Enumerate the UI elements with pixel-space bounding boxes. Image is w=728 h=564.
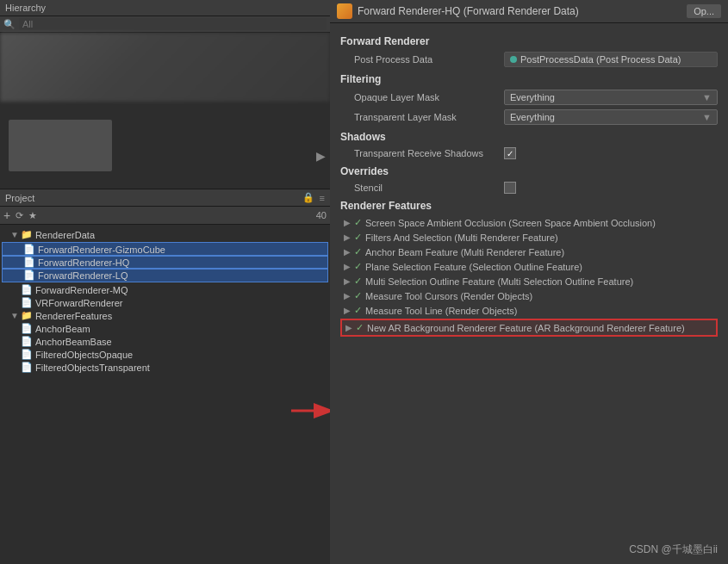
feature-arrow-icon-measure-cursors: ▶ [344,291,351,301]
scene-thumbnail [0,33,330,102]
feature-label-measure-line: Measure Tool Line (Render Objects) [365,306,518,316]
post-process-label: Post Process Data [340,54,504,65]
property-row-stencil: Stencil [340,181,718,195]
tree-label-vr-forward: VRForwardRenderer [35,298,122,308]
project-toolbar: + ⟳ ★ 40 [0,207,330,225]
post-process-value[interactable]: PostProcessData (Post Process Data) [504,52,718,67]
post-process-dot [510,56,517,63]
item-count: 40 [316,210,327,220]
feature-label-filters: Filters And Selection (Multi Renderer Fe… [365,232,558,243]
transparent-receive-label: Transparent Receive Shadows [340,148,504,158]
file-icon-forward-gizmocube: 📄 [23,244,35,255]
highlighted-items-group: 📄 ForwardRenderer-GizmoCube 📄 ForwardRen… [2,242,328,282]
feature-label-ssao: Screen Space Ambient Occlusion (Screen S… [365,218,656,228]
tree-item-filtered-opaque[interactable]: 📄 FilteredObjectsOpaque [0,348,330,361]
stencil-checkbox[interactable] [504,182,516,194]
tree-item-vr-forward[interactable]: 📄 VRForwardRenderer [0,296,330,309]
lock-icon: 🔒 [302,192,314,203]
right-panel: Forward Renderer-HQ (Forward Renderer Da… [330,0,728,564]
project-tree: ▼ 📁 RendererData 📄 ForwardRenderer-Gizmo… [0,225,330,555]
post-process-value-text: PostProcessData (Post Process Data) [520,54,681,65]
refresh-icon[interactable]: ⟳ [16,210,23,221]
tree-label-anchor-beam-base: AnchorBeamBase [35,337,112,347]
tree-label-filtered-opaque: FilteredObjectsOpaque [35,350,133,360]
feature-arrow-icon-ssao: ▶ [344,218,351,227]
transparent-receive-checkbox[interactable] [504,147,516,159]
open-button[interactable]: Op... [687,4,721,18]
feature-label-anchor: Anchor Beam Feature (Multi Renderer Feat… [365,247,564,257]
project-label: Project [5,193,34,203]
transparent-layer-label: Transparent Layer Mask [340,112,504,122]
hierarchy-search-bar: 🔍 [0,16,330,33]
settings-icon[interactable]: ≡ [320,193,325,203]
inspector-body: Forward Renderer Post Process Data PostP… [330,23,728,564]
add-icon[interactable]: + [3,208,10,222]
tree-label-forward-mq: ForwardRenderer-MQ [35,285,128,295]
file-icon-filtered-opaque: 📄 [21,349,33,360]
file-icon-forward-lq: 📄 [23,270,35,281]
feature-label-ar-bg: New AR Background Renderer Feature (AR B… [367,323,685,333]
tree-item-forward-lq[interactable]: 📄 ForwardRenderer-LQ [3,269,327,282]
tree-item-forward-mq[interactable]: 📄 ForwardRenderer-MQ [0,283,330,296]
hierarchy-header: Hierarchy [0,0,330,16]
feature-item-plane-selection: ▶ ✓ Plane Selection Feature (Selection O… [340,259,718,274]
feature-item-measure-cursors: ▶ ✓ Measure Tool Cursors (Render Objects… [340,288,718,303]
tree-item-forward-hq[interactable]: 📄 ForwardRenderer-HQ [3,256,327,269]
file-icon-anchor-beam: 📄 [21,323,33,334]
tree-item-filtered-transparent[interactable]: 📄 FilteredObjectsTransparent [0,361,330,374]
opaque-layer-value: Everything [510,92,555,102]
feature-item-ssao: ▶ ✓ Screen Space Ambient Occlusion (Scre… [340,215,718,230]
section-overrides: Overrides [340,165,718,177]
transparent-layer-dropdown[interactable]: Everything ▼ [504,109,718,125]
tree-label-filtered-transparent: FilteredObjectsTransparent [35,363,150,373]
project-header: Project 🔒 ≡ [0,189,330,207]
tree-item-forward-gizmocube[interactable]: 📄 ForwardRenderer-GizmoCube [3,243,327,256]
folder-icon-renderer-data: 📁 [21,229,33,240]
expand-arrow-renderer-features: ▼ [10,311,19,320]
feature-arrow-icon-multi-sel: ▶ [344,276,351,286]
tree-item-renderer-data[interactable]: ▼ 📁 RendererData [0,228,330,241]
feature-check-ar-bg: ✓ [356,322,364,333]
feature-check-ssao: ✓ [354,217,362,228]
property-row-transparent-receive: Transparent Receive Shadows [340,146,718,160]
feature-arrow-icon-filters: ▶ [344,232,351,242]
file-icon-anchor-beam-base: 📄 [21,336,33,347]
forward-renderer-icon [337,3,352,19]
feature-label-measure-cursors: Measure Tool Cursors (Render Objects) [365,291,532,301]
tree-label-renderer-data: RendererData [35,230,95,240]
hierarchy-area: Hierarchy 🔍 ▶ [0,0,330,189]
dropdown-chevron-icon: ▼ [702,92,712,102]
hierarchy-search-input[interactable] [19,18,327,30]
tree-item-renderer-features[interactable]: ▼ 📁 RendererFeatures [0,309,330,322]
folder-icon-renderer-features: 📁 [21,310,33,321]
feature-item-ar-bg-highlighted: ▶ ✓ New AR Background Renderer Feature (… [340,319,718,337]
feature-label-plane: Plane Selection Feature (Selection Outli… [365,262,582,272]
expand-arrow-icon[interactable]: ▶ [316,149,326,163]
feature-check-measure-cursors: ✓ [354,290,362,301]
feature-item-multi-selection: ▶ ✓ Multi Selection Outline Feature (Mul… [340,274,718,288]
feature-check-anchor: ✓ [354,246,362,257]
tree-label-forward-gizmocube: ForwardRenderer-GizmoCube [38,245,165,255]
tree-item-anchor-beam-base[interactable]: 📄 AnchorBeamBase [0,335,330,348]
section-filtering: Filtering [340,73,718,85]
property-row-opaque-layer: Opaque Layer Mask Everything ▼ [340,89,718,106]
game-object-thumbnail [9,120,112,171]
opaque-layer-dropdown[interactable]: Everything ▼ [504,90,718,105]
feature-arrow-icon-ar-bg: ▶ [345,323,352,332]
property-row-transparent-layer: Transparent Layer Mask Everything ▼ [340,108,718,126]
tree-item-anchor-beam[interactable]: 📄 AnchorBeam [0,322,330,335]
dropdown-chevron-icon-2: ▼ [702,112,712,122]
search-icon: 🔍 [3,19,16,30]
section-forward-renderer: Forward Renderer [340,35,718,47]
feature-arrow-icon-plane: ▶ [344,262,351,271]
hierarchy-label: Hierarchy [5,3,46,13]
stencil-label: Stencil [340,183,504,193]
tree-label-renderer-features: RendererFeatures [35,311,112,321]
star-icon[interactable]: ★ [28,210,37,221]
feature-arrow-icon-measure-line: ▶ [344,306,351,315]
opaque-layer-label: Opaque Layer Mask [340,92,504,102]
feature-check-measure-line: ✓ [354,305,362,316]
feature-arrow-icon-anchor: ▶ [344,247,351,257]
inspector-title-text: Forward Renderer-HQ (Forward Renderer Da… [358,5,579,17]
left-panel: Hierarchy 🔍 ▶ Project 🔒 ≡ + ⟳ ★ 40 [0,0,330,564]
